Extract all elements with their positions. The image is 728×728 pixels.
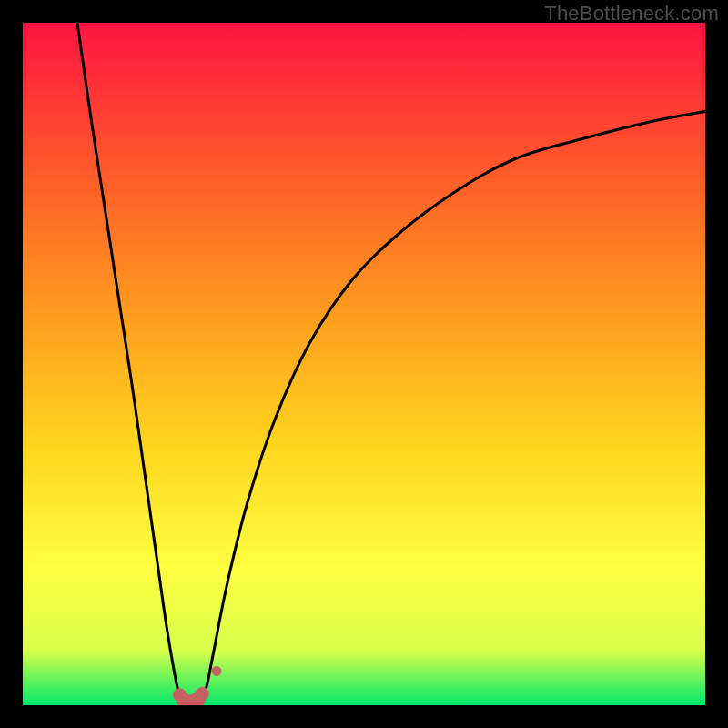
optimum-marker xyxy=(196,687,208,700)
watermark-text: TheBottleneck.com xyxy=(544,2,719,25)
optimum-marker xyxy=(212,667,221,676)
plot-area xyxy=(23,23,705,705)
gradient-background xyxy=(23,23,705,705)
chart-frame: TheBottleneck.com xyxy=(0,0,728,728)
chart-svg xyxy=(23,23,705,705)
